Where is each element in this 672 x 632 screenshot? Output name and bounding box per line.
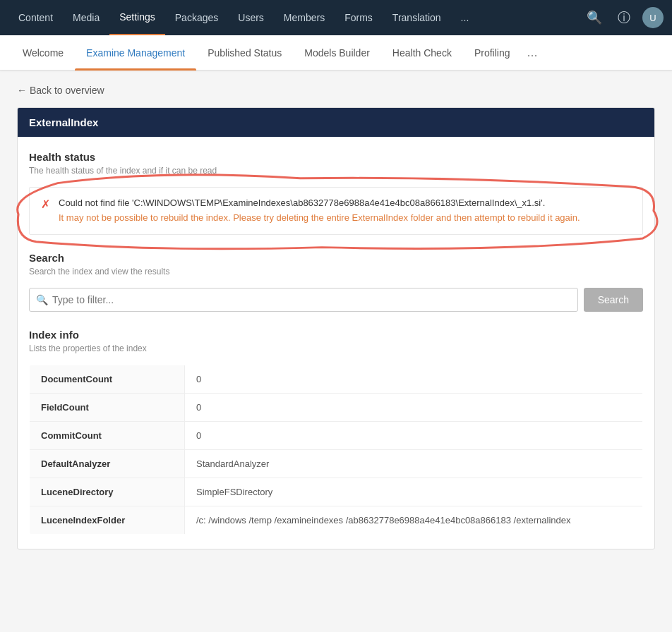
search-button[interactable]: Search <box>584 288 643 312</box>
table-row: LuceneDirectory SimpleFSDirectory <box>30 478 643 506</box>
index-info-title: Index info <box>29 329 643 341</box>
top-nav-icons: 🔍 ⓘ U <box>583 6 664 29</box>
search-title: Search <box>29 252 643 264</box>
external-index-panel: ExternalIndex Health status The health s… <box>17 107 655 549</box>
subnav-more[interactable]: ... <box>522 45 544 60</box>
search-section: Search Search the index and view the res… <box>29 252 643 312</box>
panel-title: ExternalIndex <box>18 108 654 137</box>
table-cell-key: DocumentCount <box>30 365 185 393</box>
error-icon: ✗ <box>41 198 50 211</box>
index-info-section: Index info Lists the properties of the i… <box>29 329 643 535</box>
main-content: ← Back to overview ExternalIndex Health … <box>0 71 672 578</box>
nav-members[interactable]: Members <box>274 0 335 35</box>
table-cell-key: FieldCount <box>30 393 185 421</box>
health-status-subtitle: The health status of the index and if it… <box>29 166 643 176</box>
table-cell-value: 0 <box>185 393 643 421</box>
index-info-subtitle: Lists the properties of the index <box>29 344 643 353</box>
subnav-welcome[interactable]: Welcome <box>11 35 75 71</box>
subnav-models-builder[interactable]: Models Builder <box>293 35 381 71</box>
back-link[interactable]: ← Back to overview <box>17 85 104 96</box>
table-cell-key: CommitCount <box>30 421 185 449</box>
table-cell-value: /c: /windows /temp /examineindexes /ab86… <box>185 506 643 534</box>
error-container: ✗ Could not find file 'C:\WINDOWS\TEMP\E… <box>29 187 643 235</box>
health-status-title: Health status <box>29 151 643 163</box>
search-icon[interactable]: 🔍 <box>583 6 606 29</box>
table-cell-value: SimpleFSDirectory <box>185 478 643 506</box>
nav-forms[interactable]: Forms <box>335 0 383 35</box>
table-cell-value: StandardAnalyzer <box>185 449 643 478</box>
subnav-published-status[interactable]: Published Status <box>196 35 293 71</box>
table-row: DefaultAnalyzer StandardAnalyzer <box>30 449 643 478</box>
help-icon[interactable]: ⓘ <box>613 6 635 29</box>
nav-content[interactable]: Content <box>8 0 63 35</box>
error-box: ✗ Could not find file 'C:\WINDOWS\TEMP\E… <box>29 187 643 235</box>
nav-users[interactable]: Users <box>228 0 274 35</box>
table-row: CommitCount 0 <box>30 421 643 449</box>
table-cell-key: LuceneDirectory <box>30 478 185 506</box>
table-row: LuceneIndexFolder /c: /windows /temp /ex… <box>30 506 643 534</box>
table-cell-value: 0 <box>185 365 643 393</box>
nav-translation[interactable]: Translation <box>383 0 451 35</box>
table-cell-key: LuceneIndexFolder <box>30 506 185 534</box>
error-text: Could not find file 'C:\WINDOWS\TEMP\Exa… <box>59 196 580 226</box>
top-nav-items: Content Media Settings Packages Users Me… <box>8 0 583 35</box>
table-row: DocumentCount 0 <box>30 365 643 393</box>
search-subtitle: Search the index and view the results <box>29 267 643 276</box>
search-row: 🔍 Search <box>29 288 643 312</box>
index-info-table: DocumentCount 0 FieldCount 0 CommitCount… <box>29 365 643 535</box>
nav-media[interactable]: Media <box>63 0 109 35</box>
nav-settings[interactable]: Settings <box>109 0 165 35</box>
top-navigation: Content Media Settings Packages Users Me… <box>0 0 672 35</box>
subnav-profiling[interactable]: Profiling <box>463 35 522 71</box>
subnav-health-check[interactable]: Health Check <box>381 35 463 71</box>
nav-more[interactable]: ... <box>451 0 479 35</box>
search-input-wrap: 🔍 <box>29 288 578 312</box>
search-icon: 🔍 <box>36 294 48 305</box>
panel-body: Health status The health status of the i… <box>18 137 654 549</box>
search-input[interactable] <box>29 288 578 312</box>
subnav-examine-management[interactable]: Examine Management <box>75 35 196 71</box>
table-row: FieldCount 0 <box>30 393 643 421</box>
sub-navigation: Welcome Examine Management Published Sta… <box>0 35 672 71</box>
table-cell-value: 0 <box>185 421 643 449</box>
nav-packages[interactable]: Packages <box>165 0 228 35</box>
table-cell-key: DefaultAnalyzer <box>30 449 185 478</box>
avatar[interactable]: U <box>642 7 664 28</box>
health-status-section: Health status The health status of the i… <box>29 151 643 235</box>
